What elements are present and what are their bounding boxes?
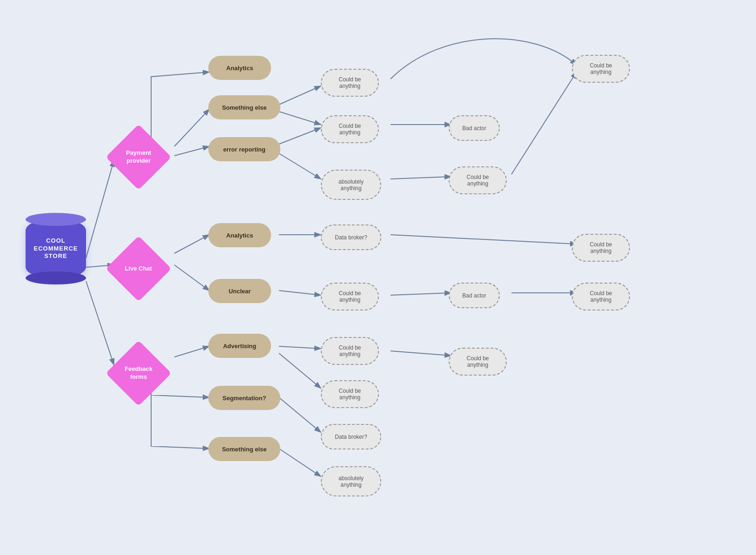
cba2-node: Could beanything [321, 115, 379, 143]
cba-top-node: Could beanything [449, 166, 507, 194]
advertising-label: Advertising [223, 343, 257, 350]
payment-provider-label: Paymentprovider [120, 149, 157, 165]
cba-bad2-node: Could beanything [572, 283, 630, 311]
store-label: COOLECOMMERCESTORE [34, 237, 78, 261]
data-broker1-label: Data broker? [335, 234, 367, 241]
segmentation-label: Segmentation? [223, 395, 266, 402]
cba5-node: Could beanything [321, 337, 379, 365]
feedback-node: Feedbackforms [115, 350, 162, 396]
cba-adv-label: Could beanything [466, 355, 489, 368]
livechat-node: Live Chat [115, 245, 162, 292]
cba-right1-label: Could beanything [590, 62, 612, 75]
segmentation-node: Segmentation? [208, 386, 280, 410]
cba-top-label: Could beanything [466, 174, 489, 187]
analytics2-node: Analytics [208, 223, 271, 247]
cba6-node: Could beanything [321, 380, 379, 408]
analytics1-label: Analytics [226, 65, 253, 72]
feedback-label: Feedbackforms [120, 365, 157, 381]
cba3-label: absolutelyanything [338, 178, 364, 192]
data-broker2-label: Data broker? [335, 434, 367, 440]
bad-actor2-node: Bad actor [449, 283, 500, 308]
data-broker1-node: Data broker? [321, 225, 381, 250]
abs-anything-node: absolutelyanything [321, 466, 381, 496]
cba4-node: Could beanything [321, 283, 379, 311]
cba-right1-node: Could beanything [572, 55, 630, 83]
bad-actor1-node: Bad actor [449, 115, 500, 141]
cba4-label: Could beanything [338, 290, 361, 303]
store-node: COOLECOMMERCESTORE [26, 218, 86, 279]
cba6-label: Could beanything [338, 388, 361, 401]
livechat-label: Live Chat [120, 265, 157, 273]
analytics2-label: Analytics [226, 232, 253, 239]
unclear-label: Unclear [229, 288, 251, 295]
cba1-node: Could beanything [321, 69, 379, 97]
cba5-label: Could beanything [338, 344, 361, 357]
something-else1-node: Something else [208, 95, 280, 119]
payment-provider-node: Paymentprovider [115, 134, 162, 180]
something-else1-label: Something else [222, 104, 266, 111]
cba-right2-node: Could beanything [572, 234, 630, 262]
advertising-node: Advertising [208, 334, 271, 358]
error-reporting-node: error reporting [208, 137, 280, 161]
cba3-node: absolutelyanything [321, 170, 381, 200]
bad-actor2-label: Bad actor [462, 292, 486, 299]
unclear-node: Unclear [208, 279, 271, 303]
analytics1-node: Analytics [208, 56, 271, 80]
cba1-label: Could beanything [338, 76, 361, 89]
something-else2-node: Something else [208, 437, 280, 461]
cba2-label: Could beanything [338, 123, 361, 136]
cba-adv-node: Could beanything [449, 348, 507, 376]
diagram: COOLECOMMERCESTORE Paymentprovider Live … [0, 0, 756, 555]
cba-right2-label: Could beanything [590, 241, 612, 254]
bad-actor1-label: Bad actor [462, 125, 486, 132]
abs-anything-label: absolutelyanything [338, 475, 364, 488]
error-reporting-label: error reporting [223, 146, 265, 153]
cba-bad2-label: Could beanything [590, 290, 612, 303]
data-broker2-node: Data broker? [321, 424, 381, 449]
something-else2-label: Something else [222, 446, 266, 453]
